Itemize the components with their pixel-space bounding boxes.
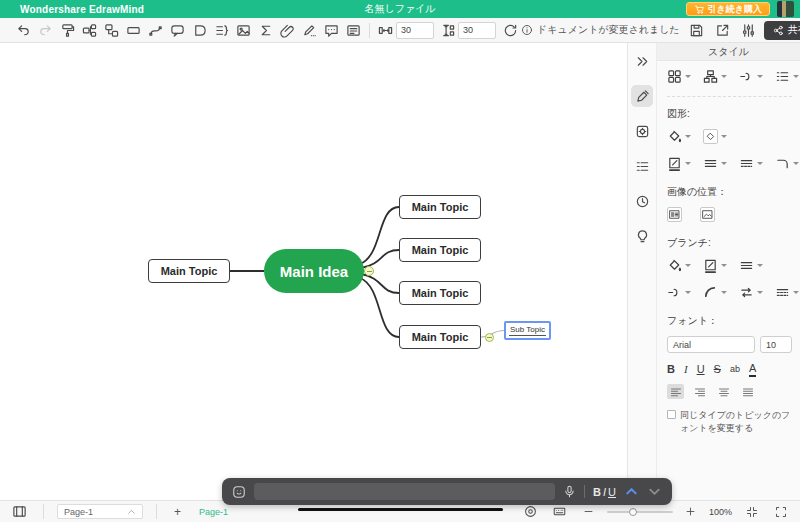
mindmap-canvas[interactable]: Main Topic Main Idea Main Topic Main Top… bbox=[0, 43, 627, 500]
floatbar-underline-button[interactable]: U bbox=[608, 486, 616, 498]
panel-divider bbox=[667, 96, 792, 97]
reset-layout-button[interactable] bbox=[499, 20, 521, 41]
strikethrough-button[interactable]: S bbox=[714, 362, 721, 376]
zoom-in-button[interactable] bbox=[680, 501, 702, 522]
right-main-topic-node-1[interactable]: Main Topic bbox=[399, 195, 481, 219]
history-tab[interactable] bbox=[631, 190, 653, 212]
shape-type-dropdown[interactable] bbox=[703, 129, 727, 144]
sub-topic-node[interactable]: Sub Topic bbox=[504, 321, 551, 340]
comment-button[interactable] bbox=[320, 20, 342, 41]
main-idea-node[interactable]: Main Idea bbox=[264, 249, 364, 293]
floating-topic-button[interactable] bbox=[122, 20, 144, 41]
share-button[interactable]: 共有 bbox=[764, 21, 800, 40]
input-source-button[interactable] bbox=[232, 485, 246, 499]
bold-button[interactable]: B bbox=[667, 362, 675, 376]
insert-topic-button[interactable] bbox=[78, 20, 100, 41]
title-bar: Wondershare EdrawMind 名無しファイル 引き続き購入 bbox=[0, 0, 800, 18]
note-button[interactable] bbox=[342, 20, 364, 41]
branch-arrow-dropdown[interactable] bbox=[739, 285, 763, 300]
caret-down-icon bbox=[757, 291, 763, 294]
theme-dropdown[interactable] bbox=[667, 69, 691, 84]
zoom-slider[interactable] bbox=[607, 511, 673, 513]
redo-button[interactable] bbox=[34, 20, 56, 41]
branch-dash-dropdown[interactable] bbox=[775, 285, 799, 300]
horizontal-spacing-input[interactable] bbox=[396, 22, 434, 39]
apply-same-type-checkbox[interactable] bbox=[667, 410, 676, 419]
user-avatar[interactable] bbox=[777, 1, 794, 17]
right-main-topic-node-4[interactable]: Main Topic bbox=[399, 325, 481, 349]
canvas-style-tab[interactable] bbox=[631, 120, 653, 142]
shape-border-dropdown[interactable] bbox=[667, 156, 691, 171]
floatbar-italic-button[interactable]: I bbox=[603, 486, 606, 498]
insert-subtopic-button[interactable] bbox=[100, 20, 122, 41]
expand-down-button[interactable] bbox=[647, 484, 662, 499]
presentation-settings-button[interactable] bbox=[738, 20, 760, 41]
branch-line-color-dropdown[interactable] bbox=[703, 258, 727, 273]
right-main-topic-node-2[interactable]: Main Topic bbox=[399, 238, 481, 262]
image-position-left-button[interactable] bbox=[667, 207, 682, 222]
relationship-button[interactable] bbox=[144, 20, 166, 41]
format-painter-button[interactable] bbox=[56, 20, 78, 41]
italic-button[interactable]: I bbox=[684, 362, 688, 376]
text-background-button[interactable]: ab bbox=[730, 362, 740, 376]
insert-formula-button[interactable] bbox=[254, 20, 276, 41]
align-justify-button[interactable] bbox=[739, 384, 756, 399]
branch-color-dropdown[interactable] bbox=[667, 258, 691, 273]
continue-purchase-button[interactable]: 引き続き購入 bbox=[686, 2, 770, 16]
left-main-topic-node[interactable]: Main Topic bbox=[148, 259, 230, 283]
idea-tab[interactable] bbox=[631, 225, 653, 247]
horizontal-scrollbar[interactable] bbox=[298, 508, 503, 511]
zoom-slider-thumb[interactable] bbox=[629, 508, 637, 516]
fit-to-screen-button[interactable] bbox=[741, 501, 763, 522]
fill-bucket-icon bbox=[667, 258, 682, 273]
image-position-full-button[interactable] bbox=[700, 207, 715, 222]
right-main-topic-node-3[interactable]: Main Topic bbox=[399, 281, 481, 305]
outline-tab[interactable] bbox=[631, 155, 653, 177]
undo-button[interactable] bbox=[12, 20, 34, 41]
connector-style-dropdown[interactable] bbox=[739, 69, 763, 84]
border-dash-dropdown[interactable] bbox=[739, 156, 763, 171]
collapse-button-sub-topic[interactable] bbox=[485, 333, 494, 342]
style-panel-title: スタイル bbox=[657, 43, 800, 61]
layout-dropdown[interactable] bbox=[703, 69, 727, 84]
quick-text-input[interactable] bbox=[254, 483, 555, 500]
dictation-button[interactable] bbox=[563, 485, 576, 498]
collapse-button-main-idea[interactable] bbox=[364, 266, 374, 276]
zoom-level-dropdown[interactable]: 100% bbox=[709, 507, 734, 517]
shape-fill-dropdown[interactable] bbox=[667, 129, 691, 144]
underline-button[interactable]: U bbox=[697, 362, 705, 376]
boundary-button[interactable] bbox=[188, 20, 210, 41]
summary-button[interactable] bbox=[210, 20, 232, 41]
font-color-button[interactable]: A bbox=[749, 361, 756, 377]
callout-button[interactable] bbox=[166, 20, 188, 41]
vertical-spacing-input[interactable] bbox=[458, 22, 496, 39]
font-size-select[interactable]: 10 bbox=[760, 336, 792, 353]
collapse-up-button[interactable] bbox=[624, 484, 639, 499]
export-button[interactable] bbox=[712, 20, 734, 41]
align-right-button[interactable] bbox=[691, 384, 708, 399]
branch-curve-dropdown[interactable] bbox=[703, 285, 727, 300]
corner-style-dropdown[interactable] bbox=[775, 156, 799, 171]
align-left-button[interactable] bbox=[667, 384, 684, 399]
style-panel-tab[interactable] bbox=[631, 85, 653, 107]
save-button[interactable] bbox=[686, 20, 708, 41]
numbering-dropdown[interactable] bbox=[775, 69, 799, 84]
attachment-icon bbox=[280, 23, 295, 38]
add-page-button[interactable]: + bbox=[170, 505, 185, 519]
border-width-dropdown[interactable] bbox=[703, 156, 727, 171]
sliders-icon bbox=[741, 23, 756, 38]
annotation-pen-button[interactable] bbox=[298, 20, 320, 41]
page-select-dropdown[interactable]: Page-1 bbox=[57, 504, 143, 519]
page-panel-toggle-button[interactable] bbox=[8, 501, 30, 522]
branch-width-dropdown[interactable] bbox=[739, 258, 763, 273]
floatbar-bold-button[interactable]: B bbox=[593, 486, 601, 498]
horizontal-spacing-icon bbox=[378, 23, 393, 38]
branch-style-dropdown[interactable] bbox=[667, 285, 691, 300]
collapse-panel-button[interactable] bbox=[631, 50, 653, 72]
fullscreen-button[interactable] bbox=[770, 501, 792, 522]
font-family-select[interactable]: Arial bbox=[667, 336, 755, 353]
insert-image-button[interactable] bbox=[232, 20, 254, 41]
attachment-button[interactable] bbox=[276, 20, 298, 41]
page-tab[interactable]: Page-1 bbox=[193, 507, 234, 517]
align-center-button[interactable] bbox=[715, 384, 732, 399]
